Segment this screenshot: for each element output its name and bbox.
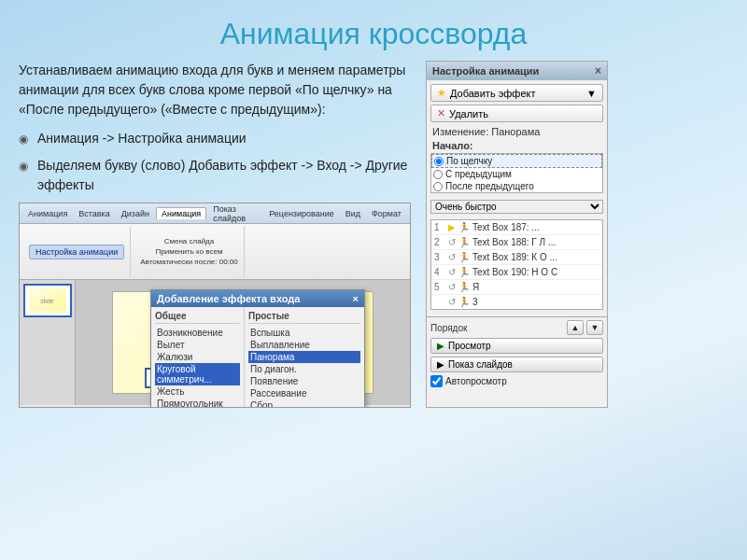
dialog-right-panel: Простые Вспышка Выплавление Панорама По … [245,307,364,408]
dialog-item-zhalyuzi[interactable]: Жалюзи [155,351,240,363]
dialog-item-krugov[interactable]: Круговой симметрич... [155,363,240,385]
anim-run-icon-3: 🏃 [458,252,470,262]
bullet-item-2: Выделяем букву (слово) Добавить эффект -… [19,156,411,195]
slide-thumb-1[interactable]: slide [23,284,72,317]
dialog-item-vylet[interactable]: Вылет [155,339,240,351]
page-title: Анимация кроссворда [19,17,728,51]
anim-run-icon-6: 🏃 [458,297,470,307]
play-icon: ▶ [437,341,444,351]
start-option-po-shchelku[interactable]: По щелчку [431,154,602,168]
start-option-s-predyduschim[interactable]: С предыдущим [431,168,602,180]
dialog-close-btn[interactable]: × [353,293,359,304]
anim-item-5[interactable]: 5 ↺ 🏃 Я [431,280,602,295]
right-panel-close-btn[interactable]: × [595,64,601,77]
autoplay-checkbox[interactable] [430,375,443,387]
radio-posle-predyduschego[interactable] [433,182,443,191]
radio-s-predyduschim[interactable] [433,170,443,179]
tab-animacia2[interactable]: Анимация [156,207,206,219]
dialog-body: Общее Возникновение Вылет Жалюзи Кругово… [151,307,364,408]
dialog-item-pryam[interactable]: Прямоугольник [155,398,240,408]
start-option-label-1: С предыдущим [445,169,512,179]
dialog-item-panorama[interactable]: Панорама [248,351,360,363]
tab-vstavka[interactable]: Вставка [74,208,114,219]
anim-icon-3: ↺ [448,252,456,262]
right-panel: Настройка анимации × ★ Добавить эффект ▼… [426,61,608,408]
star-icon: ★ [437,87,446,99]
order-up-btn[interactable]: ▲ [567,320,584,335]
show-slides-btn[interactable]: ▶ Показ слайдов [430,357,603,372]
ppt-ribbon: Настройка анимации Смена слайда Применит… [20,224,410,280]
anim-icon-5: ↺ [448,282,456,292]
show-slides-label: Показ слайдов [448,359,513,370]
anim-run-icon-4: 🏃 [458,267,470,277]
anim-text-3: Text Box 189: К О ... [472,252,599,262]
panel-body: ★ Добавить эффект ▼ ✕ Удалить Изменение:… [427,80,607,316]
right-panel-header: Настройка анимации × [427,62,607,80]
smena-label: Смена слайда [164,237,215,245]
right-panel-title: Настройка анимации [432,65,539,77]
tab-vid[interactable]: Вид [341,208,365,219]
ppt-toolbar: Анимация Вставка Дизайн Анимация Показ с… [20,203,410,224]
slide-panel: slide [20,280,76,405]
anim-text-4: Text Box 190: Н О С [472,267,599,277]
add-effect-btn[interactable]: ★ Добавить эффект ▼ [430,84,603,102]
anim-text-2: Text Box 188: Г Л ... [472,237,599,247]
anim-run-icon-1: 🏃 [458,222,470,232]
add-effect-label: Добавить эффект [450,88,535,99]
dialog-item-rass[interactable]: Рассеивание [248,387,360,399]
tab-animacia[interactable]: Анимация [23,208,72,219]
dialog-title-text: Добавление эффекта входа [157,293,300,304]
dialog-item-vozn[interactable]: Возникновение [155,327,240,339]
anim-item-3[interactable]: 3 ↺ 🏃 Text Box 189: К О ... [431,250,602,265]
left-content: Устанавливаем анимацию входа для букв и … [19,61,411,408]
anim-item-2[interactable]: 2 ↺ 🏃 Text Box 188: Г Л ... [431,235,602,250]
start-option-label-2: После предыдущего [445,181,534,191]
start-option-posle-predyduschego[interactable]: После предыдущего [431,180,602,192]
start-section-label: Начало: [432,140,601,151]
radio-po-shchelku[interactable] [434,157,444,166]
dialog-title-bar: Добавление эффекта входа × [151,290,364,307]
anim-num-4: 4 [434,267,445,277]
ribbon-section-smena: Смена слайда Применить ко всем Автоматич… [134,226,245,277]
autoplay-label: Автопросмотр [445,376,507,386]
order-row: Порядок ▲ ▼ [430,320,603,335]
tab-pokazslaidov[interactable]: Показ слайдов [208,203,262,224]
order-arrows: ▲ ▼ [567,320,603,335]
anim-item-1[interactable]: 1 ▶ 🏃 Text Box 187: ... [431,220,602,235]
preview-btn[interactable]: ▶ Просмотр [430,338,603,354]
dialog-item-vypl[interactable]: Выплавление [248,339,360,351]
anim-run-icon-5: 🏃 [458,282,470,292]
add-effect-dialog: Добавление эффекта входа × Общее Возникн… [150,289,365,408]
anim-text-1: Text Box 187: ... [472,222,599,232]
start-option-label-0: По щелчку [446,156,492,166]
dialog-item-podiag[interactable]: По диагон. [248,363,360,375]
change-label: Изменение: Панорама [432,126,601,137]
dialog-item-vsp[interactable]: Вспышка [248,327,360,339]
order-label: Порядок [430,323,467,333]
primenit-btn[interactable]: Применить ко всем [156,247,223,256]
main-layout: Устанавливаем анимацию входа для букв и … [0,61,747,408]
anim-item-4[interactable]: 4 ↺ 🏃 Text Box 190: Н О С [431,265,602,280]
tab-design[interactable]: Дизайн [117,208,154,219]
anim-item-6[interactable]: ↺ 🏃 3 [431,295,602,309]
anim-star-icon-1: ▶ [448,222,456,232]
animation-list: 1 ▶ 🏃 Text Box 187: ... 2 ↺ 🏃 Text Box 1… [430,219,603,310]
preview-label: Просмотр [448,341,491,351]
description-text: Устанавливаем анимацию входа для букв и … [19,61,411,119]
ppt-screenshot: Анимация Вставка Дизайн Анимация Показ с… [19,203,411,408]
dialog-item-zhest[interactable]: Жесть [155,385,240,398]
dialog-right-section-title: Простые [248,311,360,324]
nastrojka-btn[interactable]: Настройка анимации [29,245,124,259]
bullet-list: Анимация -> Настройка анимации Выделяем … [19,129,411,195]
tab-recenzirovanie[interactable]: Рецензирование [264,208,339,219]
speed-select[interactable]: Очень быстро [430,200,603,214]
delete-btn[interactable]: ✕ Удалить [430,105,603,122]
tab-format[interactable]: Формат [367,208,406,219]
anim-text-5: Я [472,282,599,292]
anim-num-5: 5 [434,282,445,292]
anim-icon-2: ↺ [448,237,456,247]
dialog-item-sbor[interactable]: Сбор [248,399,360,408]
anim-num-2: 2 [434,237,445,247]
dialog-item-poyav[interactable]: Появление [248,375,360,387]
order-down-btn[interactable]: ▼ [586,320,603,335]
